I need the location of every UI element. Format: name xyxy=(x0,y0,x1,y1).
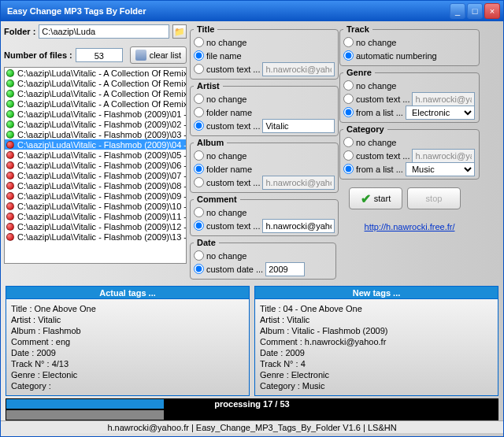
green-status-icon xyxy=(6,120,14,128)
filecount-value: 53 xyxy=(76,48,123,62)
title-file-name[interactable]: file name xyxy=(194,49,335,62)
titlebar: Easy Change MP3 Tags By Folder _ □ × xyxy=(1,1,503,21)
date-custom-input[interactable] xyxy=(265,262,305,276)
comment-group: Comment no change custom text ... xyxy=(190,194,339,236)
title-no-change[interactable]: no change xyxy=(194,35,335,49)
file-list-item[interactable]: C:\aazip\Luda\Vitalic - Flashmob (2009)\… xyxy=(5,211,186,221)
new-album: Album : Vitalic - Flashmob (2009) xyxy=(260,326,493,335)
album-group: Album no change folder name custom text … xyxy=(190,138,339,193)
title-group: Title no change file name custom text ..… xyxy=(190,24,339,80)
artist-folder-name[interactable]: folder name xyxy=(194,106,335,119)
category-group: Category no change custom text ... from … xyxy=(339,124,480,180)
browse-folder-button[interactable]: 📁 xyxy=(172,24,187,39)
comment-no-change[interactable]: no change xyxy=(194,206,335,219)
actual-category: Category : xyxy=(11,381,244,391)
track-no-change[interactable]: no change xyxy=(343,35,476,49)
artist-custom-text[interactable]: custom text ... xyxy=(194,119,335,132)
start-button[interactable]: ✔start xyxy=(349,187,402,209)
genre-custom-text[interactable]: custom text ... xyxy=(343,92,476,106)
track-group: Track no change automatic numbering xyxy=(339,24,480,66)
category-custom-input[interactable] xyxy=(412,149,475,163)
title-custom-text[interactable]: custom text ... xyxy=(194,62,335,76)
trash-icon xyxy=(135,50,146,61)
file-list[interactable]: C:\aazip\Luda\Vitalic - A Collection Of … xyxy=(4,67,187,264)
category-no-change[interactable]: no change xyxy=(343,135,476,149)
red-status-icon xyxy=(6,192,14,200)
artist-custom-input[interactable] xyxy=(262,119,335,133)
percent-bar: 32% xyxy=(6,409,498,420)
actual-artist: Artist : Vitalic xyxy=(11,315,244,324)
artist-no-change[interactable]: no change xyxy=(194,92,335,106)
red-status-icon xyxy=(6,161,14,169)
green-status-icon xyxy=(6,110,14,118)
file-list-item[interactable]: C:\aazip\Luda\Vitalic - Flashmob (2009)\… xyxy=(5,201,186,211)
comment-custom-text[interactable]: custom text ... xyxy=(194,219,335,232)
file-list-item[interactable]: C:\aazip\Luda\Vitalic - A Collection Of … xyxy=(5,98,186,109)
comment-custom-input[interactable] xyxy=(262,219,335,233)
genre-select[interactable]: Electronic xyxy=(406,106,475,120)
genre-group: Genre no change custom text ... from a l… xyxy=(339,68,480,123)
file-list-item[interactable]: C:\aazip\Luda\Vitalic - Flashmob (2009)\… xyxy=(5,129,186,139)
file-list-item[interactable]: C:\aazip\Luda\Vitalic - A Collection Of … xyxy=(5,68,186,78)
new-track: Track N° : 4 xyxy=(260,359,493,368)
red-status-icon xyxy=(6,213,14,220)
date-no-change[interactable]: no change xyxy=(194,249,332,262)
actual-album: Album : Flashmob xyxy=(11,326,244,335)
window-title: Easy Change MP3 Tags By Folder xyxy=(4,6,448,16)
folder-label: Folder : xyxy=(4,27,35,36)
file-list-item[interactable]: C:\aazip\Luda\Vitalic - Flashmob (2009)\… xyxy=(5,231,186,242)
new-date: Date : 2009 xyxy=(260,348,493,357)
track-auto-numbering[interactable]: automatic numbering xyxy=(343,49,476,62)
actual-date: Date : 2009 xyxy=(11,348,244,357)
file-list-item[interactable]: C:\aazip\Luda\Vitalic - Flashmob (2009)\… xyxy=(5,150,186,160)
file-list-item[interactable]: C:\aazip\Luda\Vitalic - A Collection Of … xyxy=(5,78,186,88)
actual-genre: Genre : Electonic xyxy=(11,370,244,380)
album-no-change[interactable]: no change xyxy=(194,149,335,162)
green-status-icon xyxy=(6,100,14,108)
category-custom-text[interactable]: custom text ... xyxy=(343,149,476,162)
folder-input[interactable] xyxy=(39,24,169,39)
title-custom-input[interactable] xyxy=(262,62,335,76)
album-custom-text[interactable]: custom text ... xyxy=(194,176,335,189)
check-icon: ✔ xyxy=(361,191,371,206)
green-status-icon xyxy=(6,80,14,87)
category-select[interactable]: Music xyxy=(406,162,475,176)
stop-button[interactable]: stop xyxy=(407,187,461,209)
actual-tags-panel: Actual tags ... Title : One Above One Ar… xyxy=(6,286,250,396)
file-list-item[interactable]: C:\aazip\Luda\Vitalic - Flashmob (2009)\… xyxy=(5,170,186,180)
file-list-item[interactable]: C:\aazip\Luda\Vitalic - Flashmob (2009)\… xyxy=(5,191,186,201)
actual-comment: Comment : eng xyxy=(11,337,244,346)
artist-group: Artist no change folder name custom text… xyxy=(190,81,339,136)
file-list-item[interactable]: C:\aazip\Luda\Vitalic - Flashmob (2009)\… xyxy=(5,109,186,119)
file-list-item[interactable]: C:\aazip\Luda\Vitalic - Flashmob (2009)\… xyxy=(5,221,186,231)
album-folder-name[interactable]: folder name xyxy=(194,162,335,176)
green-status-icon xyxy=(6,131,14,139)
date-group: Date no change custom date ... xyxy=(190,238,336,280)
album-custom-input[interactable] xyxy=(262,176,335,190)
file-list-item[interactable]: C:\aazip\Luda\Vitalic - Flashmob (2009)\… xyxy=(5,180,186,191)
genre-no-change[interactable]: no change xyxy=(343,79,476,92)
filecount-label: Number of files : xyxy=(4,50,72,60)
status-bar: h.nawrocki@yahoo.fr | Easy_Change_MP3_Ta… xyxy=(1,420,503,433)
genre-custom-input[interactable] xyxy=(412,92,475,106)
close-button[interactable]: × xyxy=(484,3,500,19)
minimize-button[interactable]: _ xyxy=(450,3,465,19)
new-comment: Comment : h.nawrocki@yahoo.fr xyxy=(260,337,493,346)
genre-from-list[interactable]: from a list ...Electronic xyxy=(343,106,476,119)
file-list-item[interactable]: C:\aazip\Luda\Vitalic - Flashmob (2009)\… xyxy=(5,160,186,170)
red-status-icon xyxy=(6,223,14,231)
red-status-icon xyxy=(6,233,14,241)
file-list-item[interactable]: C:\aazip\Luda\Vitalic - A Collection Of … xyxy=(5,88,186,98)
clear-list-button[interactable]: clear list xyxy=(130,46,187,64)
red-status-icon xyxy=(6,151,14,159)
green-status-icon xyxy=(6,90,14,98)
processing-bar: processing 17 / 53 xyxy=(6,398,498,409)
new-artist: Artist : Vitalic xyxy=(260,315,493,324)
file-list-item[interactable]: C:\aazip\Luda\Vitalic - Flashmob (2009)\… xyxy=(5,139,186,150)
category-from-list[interactable]: from a list ...Music xyxy=(343,162,476,176)
maximize-button[interactable]: □ xyxy=(467,3,483,19)
new-tags-panel: New tags ... Title : 04 - One Above One … xyxy=(254,286,498,396)
file-list-item[interactable]: C:\aazip\Luda\Vitalic - Flashmob (2009)\… xyxy=(5,119,186,129)
date-custom[interactable]: custom date ... xyxy=(194,262,332,276)
website-link[interactable]: http://h.nawrocki.free.fr/ xyxy=(339,222,480,231)
